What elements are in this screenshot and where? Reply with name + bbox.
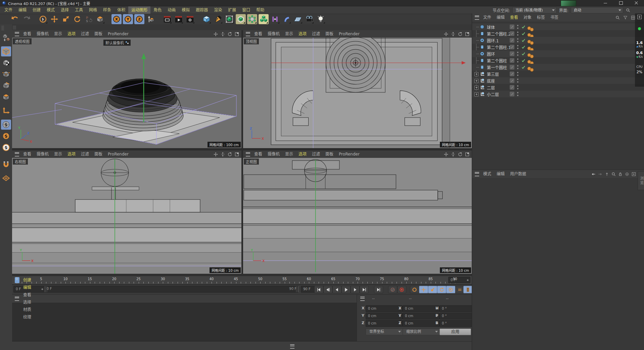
scale-icon[interactable] — [61, 14, 71, 24]
enable-toggle[interactable] — [510, 58, 514, 63]
snap-enable-icon[interactable]: S — [1, 120, 11, 130]
visibility-dots[interactable] — [517, 65, 518, 69]
snap-3d-icon[interactable]: S — [1, 131, 11, 141]
coords-input[interactable]: 0 ° — [440, 313, 476, 319]
modeling-mode-icon[interactable] — [95, 14, 105, 24]
menu-icon[interactable] — [290, 344, 294, 349]
object-manager-menu-item[interactable]: 对象 — [521, 14, 534, 21]
material-menu-item[interactable]: 选择 — [20, 299, 34, 306]
enable-toggle[interactable] — [510, 92, 514, 96]
visibility-dots[interactable] — [517, 25, 518, 29]
scale-mode-dropdown[interactable]: 缩放比例 — [403, 329, 440, 335]
visibility-dots[interactable] — [517, 38, 518, 42]
material-menu-item[interactable]: 编辑 — [20, 284, 34, 291]
object-name[interactable]: 第二个圆柱 — [487, 58, 507, 63]
enabled-check-icon[interactable] — [521, 65, 526, 70]
axis-mode-icon[interactable] — [1, 106, 11, 116]
next-frame-icon[interactable] — [351, 286, 360, 293]
range-end-grip[interactable] — [296, 286, 298, 292]
orbit-icon[interactable] — [458, 32, 463, 37]
object-manager-menu-item[interactable]: 书签 — [548, 14, 561, 21]
world-coords-dropdown[interactable]: 世界坐标 — [366, 329, 403, 335]
subdivision-surface-icon[interactable] — [224, 14, 234, 24]
material-menu-item[interactable]: 创建 — [20, 276, 34, 284]
menubar-item[interactable]: 模式 — [44, 6, 58, 14]
autokey-icon[interactable] — [410, 286, 419, 293]
menubar-item[interactable]: 工具 — [72, 6, 86, 14]
menubar-item[interactable]: 样条 — [100, 6, 114, 14]
viewport-menu-item[interactable]: 查看 — [20, 150, 34, 158]
viewport-menu-item[interactable]: ProRender — [105, 30, 131, 38]
coordinate-system-icon[interactable] — [146, 14, 156, 24]
drag-handle[interactable] — [1, 26, 4, 30]
maximize-button[interactable] — [613, 0, 629, 6]
menu-icon[interactable] — [15, 297, 19, 301]
polygons-mode-icon[interactable] — [1, 92, 11, 102]
orbit-icon[interactable] — [227, 152, 232, 157]
texture-mode-icon[interactable] — [1, 58, 11, 68]
visibility-dots[interactable] — [517, 85, 518, 89]
expand-icon[interactable] — [474, 72, 478, 76]
menubar-item[interactable]: 运动图形 — [128, 6, 150, 14]
keyframe-selection-icon[interactable] — [463, 286, 472, 293]
axis-y-icon[interactable]: Y — [123, 14, 133, 24]
prev-frame-icon[interactable] — [332, 286, 341, 293]
convert-icon[interactable] — [1, 33, 11, 43]
forward-icon[interactable] — [598, 172, 603, 177]
lock-icon[interactable] — [618, 172, 623, 177]
viewport-menu-item[interactable]: 过滤 — [78, 30, 92, 38]
viewport-menu-item[interactable]: 选项 — [65, 150, 78, 158]
undo-icon[interactable] — [10, 14, 20, 24]
viewport-menu-item[interactable]: 选项 — [296, 150, 309, 158]
object-name[interactable]: 球体 — [487, 24, 495, 30]
enable-toggle[interactable] — [510, 38, 514, 43]
deformer-icon[interactable] — [281, 14, 291, 24]
viewport-menu-item[interactable]: 摄像机 — [265, 150, 282, 158]
menubar-item[interactable]: 模拟 — [179, 6, 193, 14]
object-name[interactable]: 二层 — [487, 85, 495, 90]
attribute-menu-item[interactable]: 模式 — [480, 170, 494, 178]
enable-toggle[interactable] — [510, 45, 514, 49]
viewport-menu-item[interactable]: 摄像机 — [34, 150, 51, 158]
coords-input[interactable]: 0 cm — [403, 313, 440, 319]
coords-input[interactable]: 0 cm — [366, 305, 403, 312]
menu-icon[interactable] — [15, 32, 19, 36]
coords-input[interactable]: 0 cm — [403, 320, 440, 327]
dolly-icon[interactable] — [220, 32, 225, 37]
object-row[interactable]: 小二层 — [472, 91, 644, 97]
viewport-divider-vertical[interactable] — [241, 30, 243, 274]
dolly-icon[interactable] — [451, 32, 456, 37]
object-manager-menu-item[interactable]: 文件 — [480, 14, 494, 21]
floor-icon[interactable] — [293, 14, 303, 24]
viewport-menu-item[interactable]: 显示 — [51, 150, 65, 158]
search-icon[interactable] — [615, 15, 620, 20]
viewport-canvas[interactable]: Y X — [12, 158, 241, 274]
orbit-icon[interactable] — [458, 152, 463, 157]
enable-toggle[interactable] — [510, 72, 514, 76]
key-position-icon[interactable] — [419, 286, 428, 293]
spinner[interactable] — [41, 287, 44, 291]
node-space-dropdown[interactable]: 当前 (标准/物理) — [512, 7, 557, 13]
object-manager-menu-item[interactable]: 标签 — [534, 14, 548, 21]
menu-icon[interactable] — [475, 15, 479, 20]
menubar-item[interactable]: 创建 — [30, 6, 44, 14]
menubar-item[interactable]: 渲染 — [211, 6, 225, 14]
timeline-ruler[interactable]: 0 F 051015202530354045505560657075808590 — [12, 276, 472, 285]
goto-end-icon[interactable] — [374, 286, 383, 293]
enabled-check-icon[interactable] — [521, 31, 526, 36]
menubar-item[interactable]: 帮助 — [253, 6, 267, 14]
enabled-check-icon[interactable] — [521, 45, 526, 49]
menubar-item[interactable]: 动画 — [165, 6, 179, 14]
object-name[interactable]: 圆环.1 — [487, 38, 499, 43]
close-button[interactable] — [629, 0, 644, 6]
tracker-icon[interactable] — [270, 14, 280, 24]
object-manager-menu-item[interactable]: 编辑 — [494, 14, 507, 21]
object-name[interactable]: 第二个圆柱.2 — [487, 31, 511, 37]
object-tags[interactable] — [527, 32, 534, 36]
object-row[interactable]: 圆环 — [472, 50, 644, 57]
enable-toggle[interactable] — [510, 78, 514, 83]
object-row[interactable]: 底座 — [472, 77, 644, 84]
menubar-item[interactable]: 文件 — [1, 6, 15, 14]
attribute-menu-item[interactable]: 用户数据 — [507, 170, 529, 178]
viewport-menu-item[interactable]: 显示 — [282, 30, 296, 38]
